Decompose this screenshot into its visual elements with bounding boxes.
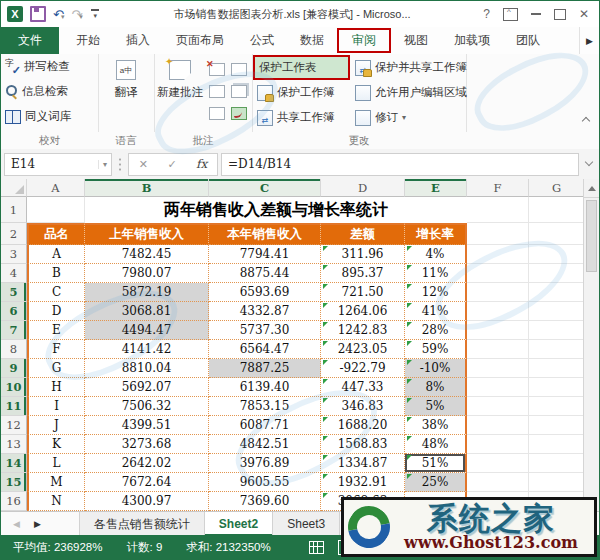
cell-F4[interactable] xyxy=(467,264,529,283)
cell-F1[interactable] xyxy=(467,197,529,223)
cell-A11[interactable]: I xyxy=(27,397,85,416)
cell-D14[interactable]: 1334.87 xyxy=(321,454,405,473)
cell-B15[interactable]: 7672.64 xyxy=(85,473,209,492)
protect-workbook-button[interactable]: 保护工作簿 xyxy=(253,80,350,105)
cell-B16[interactable]: 4300.97 xyxy=(85,492,209,511)
cell-E4[interactable]: 11% xyxy=(405,264,467,283)
cell-C12[interactable]: 6087.71 xyxy=(209,416,321,435)
cell-C2[interactable]: 本年销售收入 xyxy=(209,223,321,245)
collapse-ribbon-icon[interactable] xyxy=(582,116,590,122)
cell-E3[interactable]: 4% xyxy=(405,245,467,264)
share-workbook-button[interactable]: ⇄ 共享工作簿 xyxy=(253,105,350,130)
cell-A3[interactable]: A xyxy=(27,245,85,264)
scrollbar-thumb[interactable] xyxy=(586,200,597,272)
cell-D6[interactable]: 1264.06 xyxy=(321,302,405,321)
sheet-tab-各售点销售额统计[interactable]: 各售点销售额统计 xyxy=(79,512,205,536)
translate-button[interactable]: a中 翻译 xyxy=(98,54,154,130)
row-header-9[interactable]: 9 xyxy=(1,359,27,378)
cell-F9[interactable] xyxy=(467,359,529,378)
cell-C5[interactable]: 6593.69 xyxy=(209,283,321,302)
cell-D12[interactable]: 1688.20 xyxy=(321,416,405,435)
help-icon[interactable]: ? xyxy=(483,7,490,21)
track-changes-button[interactable]: 修订 ▾ xyxy=(351,105,465,130)
sheet-tab-Sheet2[interactable]: Sheet2 xyxy=(205,512,273,536)
cell-G13[interactable] xyxy=(529,435,585,454)
cell-G10[interactable] xyxy=(529,378,585,397)
redo-button[interactable]: ↷▾ xyxy=(71,5,82,23)
minimize-icon[interactable] xyxy=(531,13,541,15)
cell-F15[interactable] xyxy=(467,473,529,492)
cell-A7[interactable]: E xyxy=(27,321,85,340)
row-header-15[interactable]: 15 xyxy=(1,473,27,492)
scroll-up-icon[interactable] xyxy=(584,179,599,198)
cell-E11[interactable]: 5% xyxy=(405,397,467,416)
cell-E10[interactable]: 8% xyxy=(405,378,467,397)
cell-G1[interactable] xyxy=(529,197,585,223)
cell-G7[interactable] xyxy=(529,321,585,340)
research-button[interactable]: 信息检索 xyxy=(1,79,98,104)
cell-F12[interactable] xyxy=(467,416,529,435)
protect-sheet-button[interactable]: 保护工作表 xyxy=(253,55,350,80)
column-header-E[interactable]: E xyxy=(405,179,467,197)
undo-caret-icon[interactable]: ▾ xyxy=(61,13,65,20)
cell-D8[interactable]: 2423.05 xyxy=(321,340,405,359)
next-comment-icon[interactable] xyxy=(231,85,247,98)
spelling-check-button[interactable]: 拼写检查 xyxy=(1,54,98,79)
cell-G4[interactable] xyxy=(529,264,585,283)
cell-C9[interactable]: 7887.25 xyxy=(209,359,321,378)
delete-comment-icon[interactable] xyxy=(209,63,225,76)
insert-function-icon[interactable]: fx xyxy=(196,157,207,171)
cell-B12[interactable]: 4399.51 xyxy=(85,416,209,435)
cell-A14[interactable]: L xyxy=(27,454,85,473)
protect-and-share-workbook-button[interactable]: ⇄ 保护并共享工作簿 xyxy=(351,55,465,80)
cell-F10[interactable] xyxy=(467,378,529,397)
cell-F3[interactable] xyxy=(467,245,529,264)
cell-G3[interactable] xyxy=(529,245,585,264)
thesaurus-button[interactable]: 同义词库 xyxy=(1,104,98,129)
cell-E13[interactable]: 48% xyxy=(405,435,467,454)
cell-E9[interactable]: -10% xyxy=(405,359,467,378)
table-title[interactable]: 两年销售收入差额与增长率统计 xyxy=(85,197,467,223)
tab-数据[interactable]: 数据 xyxy=(287,27,337,54)
tab-插入[interactable]: 插入 xyxy=(113,27,163,54)
row-header-14[interactable]: 14 xyxy=(1,454,27,473)
cell-B5[interactable]: 5872.19 xyxy=(85,283,209,302)
cell-D15[interactable]: 1932.91 xyxy=(321,473,405,492)
cell-C6[interactable]: 4332.87 xyxy=(209,302,321,321)
cell-F8[interactable] xyxy=(467,340,529,359)
cell-A15[interactable]: M xyxy=(27,473,85,492)
ribbon-display-options-icon[interactable] xyxy=(503,8,518,21)
tab-审阅[interactable]: 审阅 xyxy=(337,28,391,53)
column-header-D[interactable]: D xyxy=(321,179,405,197)
cell-B4[interactable]: 7980.07 xyxy=(85,264,209,283)
more-tabs-icon[interactable]: ▶ xyxy=(579,27,599,54)
allow-users-edit-ranges-button[interactable]: 允许用户编辑区域 xyxy=(351,80,465,105)
tab-加载项[interactable]: 加载项 xyxy=(441,27,503,54)
cell-A4[interactable]: B xyxy=(27,264,85,283)
cell-A1[interactable] xyxy=(27,197,85,223)
cell-A2[interactable]: 品名 xyxy=(27,223,85,245)
cell-F2[interactable] xyxy=(467,223,529,245)
formula-input[interactable]: =D14/B14 xyxy=(221,153,579,176)
cell-A10[interactable]: H xyxy=(27,378,85,397)
normal-view-icon[interactable] xyxy=(309,541,324,554)
row-header-7[interactable]: 7 xyxy=(1,321,27,340)
cell-D7[interactable]: 1242.83 xyxy=(321,321,405,340)
cell-F13[interactable] xyxy=(467,435,529,454)
cell-E5[interactable]: 12% xyxy=(405,283,467,302)
select-all-corner[interactable] xyxy=(1,179,27,197)
previous-comment-icon[interactable] xyxy=(209,85,225,98)
tab-视图[interactable]: 视图 xyxy=(391,27,441,54)
formula-bar-resizer[interactable] xyxy=(117,157,123,171)
tab-文件[interactable]: 文件 xyxy=(1,27,59,54)
cell-D13[interactable]: 1568.83 xyxy=(321,435,405,454)
cell-D11[interactable]: 346.83 xyxy=(321,397,405,416)
column-header-F[interactable]: F xyxy=(467,179,529,197)
cell-G6[interactable] xyxy=(529,302,585,321)
cell-A8[interactable]: F xyxy=(27,340,85,359)
cell-G14[interactable] xyxy=(529,454,585,473)
cell-B10[interactable]: 5692.07 xyxy=(85,378,209,397)
cell-E8[interactable]: 59% xyxy=(405,340,467,359)
cell-G11[interactable] xyxy=(529,397,585,416)
name-box-caret-icon[interactable]: ▾ xyxy=(98,160,111,169)
